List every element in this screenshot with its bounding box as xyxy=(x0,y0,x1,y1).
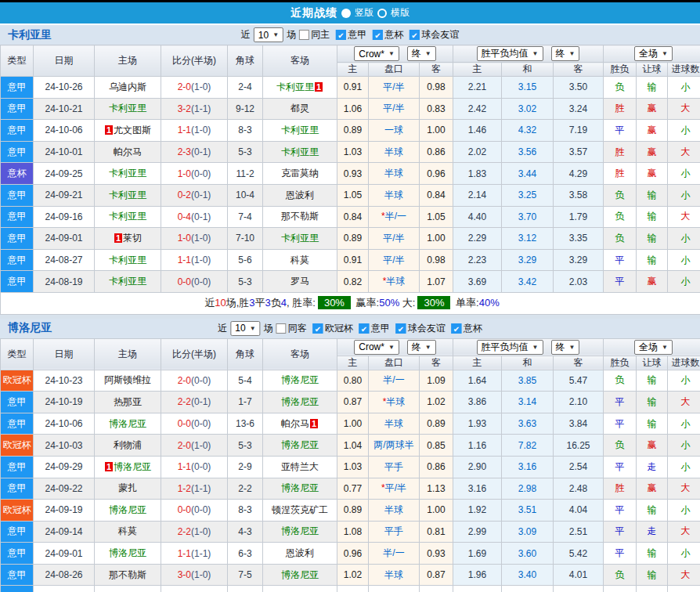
filter-checkbox[interactable] xyxy=(299,30,309,40)
recent-results-page: 近期战绩 竖版 横版 卡利亚里 近 10▼ 场 同主意甲意杯球会友谊 xyxy=(0,0,700,592)
home-team-name[interactable]: 卡利亚里 xyxy=(109,254,146,265)
radio-vertical-layout[interactable] xyxy=(341,9,351,18)
fulltime-score: 1-2 xyxy=(178,483,191,494)
filter-checkbox[interactable] xyxy=(410,30,420,40)
away-team-name[interactable]: 博洛尼亚 xyxy=(281,396,319,407)
bookmaker-select[interactable]: Crow*▼ xyxy=(354,340,399,355)
games-count-select[interactable]: 10▼ xyxy=(230,321,260,336)
radio-horizontal-layout[interactable] xyxy=(377,9,387,18)
summary-segment: 场,胜 xyxy=(226,297,250,309)
home-team-name[interactable]: 卡利亚里 xyxy=(109,168,146,179)
corner-cell: 5-6 xyxy=(228,249,263,271)
league-type-cell: 意甲 xyxy=(1,271,34,293)
handicap-odds-state-select[interactable]: 终▼ xyxy=(407,46,436,61)
match-row: 意甲24-08-19卡利亚里0-0(0-0)5-3罗马0.82*半球1.073.… xyxy=(1,271,700,293)
away-team-name[interactable]: 博洛尼亚 xyxy=(281,482,319,493)
away-team-cell: 恩波利 xyxy=(263,184,337,206)
away-team-name[interactable]: 帕尔马 xyxy=(281,418,309,429)
chevron-down-icon: ▼ xyxy=(532,50,539,57)
games-count-select[interactable]: 10▼ xyxy=(254,27,283,42)
radio-horizontal-label[interactable]: 横版 xyxy=(391,6,410,20)
home-team-name[interactable]: 那不勒斯 xyxy=(109,569,146,580)
halftime-score: (0-0) xyxy=(191,461,211,472)
away-team-name[interactable]: 恩波利 xyxy=(286,547,314,558)
bookmaker-select[interactable]: Crow*▼ xyxy=(354,46,399,61)
away-team-name[interactable]: 卡利亚里 xyxy=(281,125,319,135)
filter-checkbox[interactable] xyxy=(373,30,383,40)
result-handicap: 输 xyxy=(637,184,668,206)
fulltime-score: 3-2 xyxy=(178,103,191,114)
away-team-name[interactable]: 博洛尼亚 xyxy=(281,525,319,536)
home-team-name[interactable]: 卡利亚里 xyxy=(109,276,146,287)
handicap-odds-state-select[interactable]: 终▼ xyxy=(407,340,436,355)
odds-draw: 3.42 xyxy=(502,271,554,293)
home-team-name[interactable]: 乌迪内斯 xyxy=(109,81,146,92)
scope-select[interactable]: 全场▼ xyxy=(634,340,673,355)
wdl-group-header: 胜平负均值▼ 终▼ xyxy=(453,338,604,356)
wdl-average-select[interactable]: 胜平负均值▼ xyxy=(477,46,543,61)
home-team-name[interactable]: 帕尔马 xyxy=(114,146,142,157)
filter-checkbox-label[interactable]: 欧冠杯 xyxy=(325,322,353,335)
away-team-name[interactable]: 博洛尼亚 xyxy=(281,569,319,580)
filter-checkbox[interactable] xyxy=(336,30,346,40)
filter-checkbox-label[interactable]: 球会友谊 xyxy=(421,28,459,42)
away-team-name[interactable]: 卡利亚里 xyxy=(281,146,319,157)
date-cell: 24-09-22 xyxy=(34,478,95,500)
home-team-name[interactable]: 博洛尼亚 xyxy=(109,418,146,429)
wdl-state-select[interactable]: 终▼ xyxy=(551,340,580,355)
home-team-name[interactable]: 科莫 xyxy=(118,525,137,536)
filter-checkbox-label[interactable]: 意甲 xyxy=(348,28,366,42)
wdl-state-select[interactable]: 终▼ xyxy=(551,46,580,61)
home-team-name[interactable]: 卡利亚里 xyxy=(109,103,146,114)
away-team-name[interactable]: 克雷莫纳 xyxy=(281,168,319,179)
odds-home-win: 1.93 xyxy=(453,413,502,435)
filter-checkbox-label[interactable]: 同客 xyxy=(288,322,307,335)
away-team-name[interactable]: 科莫 xyxy=(290,254,309,265)
away-team-name[interactable]: 卡利亚里 xyxy=(281,233,319,244)
away-team-name[interactable]: 博洛尼亚 xyxy=(281,374,319,385)
wdl-average-value: 胜平负均值 xyxy=(482,47,529,60)
away-team-name[interactable]: 博洛尼亚 xyxy=(281,439,319,450)
away-team-name[interactable]: 那不勒斯 xyxy=(281,211,319,222)
filter-checkbox[interactable] xyxy=(276,323,287,334)
result-goals: 大 xyxy=(668,141,700,163)
radio-vertical-label[interactable]: 竖版 xyxy=(355,6,373,20)
home-team-name[interactable]: 博洛尼亚 xyxy=(109,547,146,558)
home-team-name[interactable]: 利物浦 xyxy=(114,439,142,450)
filter-checkbox[interactable] xyxy=(359,323,370,334)
match-row: 意甲24-10-26乌迪内斯2-0(1-0)2-4卡利亚里10.91平/半0.9… xyxy=(1,77,700,99)
filter-checkbox-label[interactable]: 球会友谊 xyxy=(408,322,446,335)
scope-select[interactable]: 全场▼ xyxy=(634,46,673,61)
wdl-average-select[interactable]: 胜平负均值▼ xyxy=(477,340,543,355)
filter-checkbox-label[interactable]: 意杯 xyxy=(464,322,482,335)
halftime-score: (0-0) xyxy=(191,375,211,386)
result-wdl: 负 xyxy=(604,228,637,250)
filter-checkbox[interactable] xyxy=(313,323,323,334)
home-team-name[interactable]: 阿斯顿维拉 xyxy=(104,374,151,385)
filter-checkbox-label[interactable]: 意甲 xyxy=(371,322,390,335)
home-team-name[interactable]: 莱切 xyxy=(123,233,142,244)
away-team-name[interactable]: 卡利亚里 xyxy=(276,81,314,92)
home-team-name[interactable]: 蒙扎 xyxy=(118,482,137,493)
league-type-cell: 意甲 xyxy=(1,456,34,478)
home-team-name[interactable]: 热那亚 xyxy=(114,396,142,407)
home-team-cell: 乌迪内斯 xyxy=(95,77,161,99)
away-team-name[interactable]: 罗马 xyxy=(290,276,309,287)
away-team-name[interactable]: 恩波利 xyxy=(286,190,314,200)
away-team-name[interactable]: 都灵 xyxy=(290,103,309,114)
odds-home-win: 2.14 xyxy=(453,184,502,206)
away-team-name[interactable]: 亚特兰大 xyxy=(281,461,319,472)
filter-checkbox-label[interactable]: 意杯 xyxy=(384,28,403,42)
handicap-line-cell: 平/半 xyxy=(369,249,420,271)
filter-checkbox[interactable] xyxy=(452,323,462,334)
away-team-name[interactable]: 顿涅茨克矿工 xyxy=(272,504,328,515)
home-team-name[interactable]: 博洛尼亚 xyxy=(109,504,146,515)
home-team-name[interactable]: 卡利亚里 xyxy=(109,211,146,222)
home-team-name[interactable]: 尤文图斯 xyxy=(114,125,151,135)
home-team-name[interactable]: 博洛尼亚 xyxy=(114,461,151,472)
handicap-odds-state-value: 终 xyxy=(412,47,421,60)
sub-header-odds-home: 主 xyxy=(453,356,502,370)
home-team-name[interactable]: 卡利亚里 xyxy=(109,190,146,200)
filter-checkbox[interactable] xyxy=(396,323,406,334)
filter-checkbox-label[interactable]: 同主 xyxy=(311,28,330,42)
